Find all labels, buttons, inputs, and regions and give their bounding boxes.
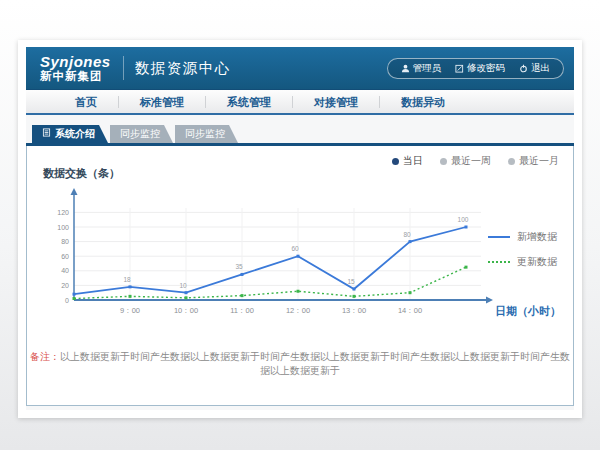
chart-text: 80 — [61, 238, 69, 245]
app-window: Synjones 新中新集团 数据资源中心 管理员 修改密码 — [18, 40, 582, 418]
radio-icon — [508, 158, 515, 165]
line-chart: 0204060801001209：0010：0011：0012：0013：001… — [39, 182, 499, 332]
chart-text: 9：00 — [120, 306, 140, 315]
main-nav: 首页 标准管理 系统管理 对接管理 数据异动 — [26, 90, 574, 115]
chart-text: 10：00 — [174, 306, 198, 315]
chart-text: 20 — [61, 282, 69, 289]
range-option-label: 当日 — [403, 154, 423, 168]
chart-rect — [241, 294, 244, 297]
logout-label: 退出 — [531, 62, 550, 75]
range-option-today[interactable]: 当日 — [392, 154, 423, 168]
chart-rect — [73, 293, 76, 296]
chart-rect — [465, 266, 468, 269]
document-icon — [42, 125, 51, 143]
chart-text: 13：00 — [342, 306, 366, 315]
logo: Synjones 新中新集团 — [26, 54, 111, 82]
user-toolbar: 管理员 修改密码 退出 — [387, 58, 565, 79]
chart-rect — [297, 290, 300, 293]
tab-label: 同步监控 — [120, 125, 160, 143]
radio-icon — [440, 158, 447, 165]
footnote-label: 备注： — [30, 351, 60, 362]
chart-polygon — [71, 188, 78, 195]
range-option-label: 最近一周 — [451, 154, 491, 168]
legend-label: 新增数据 — [517, 230, 557, 244]
logout-button[interactable]: 退出 — [512, 62, 557, 75]
power-icon — [519, 64, 528, 73]
logo-subtitle: 新中新集团 — [40, 70, 111, 82]
chart-text: 14：00 — [398, 306, 422, 315]
nav-item-standard-mgmt[interactable]: 标准管理 — [119, 96, 206, 108]
change-password-label: 修改密码 — [467, 62, 505, 75]
chart-text: 0 — [65, 297, 69, 304]
chart-text: 60 — [291, 245, 299, 252]
chart-rect — [241, 273, 244, 276]
legend-new-data: 新增数据 — [488, 230, 557, 244]
y-axis-title: 数据交换（条） — [43, 166, 120, 181]
chart-legend: 新增数据 更新数据 — [488, 230, 557, 280]
tab-system-intro[interactable]: 系统介绍 — [32, 125, 108, 143]
chart-polygon — [486, 297, 493, 304]
chart-polyline — [74, 267, 466, 298]
tab-sync-monitor-2[interactable]: 同步监控 — [175, 125, 238, 143]
chart-rect — [129, 285, 132, 288]
chart-text: 11：00 — [230, 306, 254, 315]
legend-label: 更新数据 — [517, 255, 557, 269]
tab-label: 系统介绍 — [55, 125, 95, 143]
chart-rect — [129, 295, 132, 298]
time-range-selector: 当日 最近一周 最近一月 — [392, 154, 559, 168]
nav-item-home[interactable]: 首页 — [54, 96, 119, 108]
chart-text: 120 — [57, 209, 69, 216]
nav-item-system-mgmt[interactable]: 系统管理 — [206, 96, 293, 108]
user-menu-button[interactable]: 管理员 — [394, 62, 449, 75]
tab-label: 同步监控 — [185, 125, 225, 143]
chart-rect — [185, 291, 188, 294]
chart-text: 12：00 — [286, 306, 310, 315]
range-option-label: 最近一月 — [519, 154, 559, 168]
solid-line-swatch-icon — [488, 236, 510, 238]
change-password-button[interactable]: 修改密码 — [448, 62, 512, 75]
page-title: 数据资源中心 — [135, 59, 231, 78]
radio-icon — [392, 158, 399, 165]
nav-item-data-change[interactable]: 数据异动 — [380, 96, 466, 108]
x-axis-title: 日期（小时） — [495, 304, 561, 319]
edit-icon — [455, 64, 464, 73]
chart-rect — [73, 297, 76, 300]
chart-text: 40 — [61, 267, 69, 274]
chart-rect — [409, 240, 412, 243]
range-option-last-week[interactable]: 最近一周 — [440, 154, 491, 168]
chart-text: 80 — [403, 231, 411, 238]
dotted-line-swatch-icon — [488, 261, 510, 263]
chart-text: 60 — [61, 253, 69, 260]
content-area: 系统介绍 同步监控 同步监控 当日 最近一周 — [26, 115, 574, 410]
chart-text: 10 — [179, 282, 187, 289]
chart-rect — [465, 226, 468, 229]
chart-rect — [353, 288, 356, 291]
chart-text: 18 — [123, 276, 131, 283]
chart-text: 100 — [458, 216, 469, 223]
chart-text: 100 — [57, 224, 69, 231]
legend-update-data: 更新数据 — [488, 255, 557, 269]
header-divider — [123, 56, 124, 80]
chart-rect — [409, 291, 412, 294]
range-option-last-month[interactable]: 最近一月 — [508, 154, 559, 168]
tab-bar: 系统介绍 同步监控 同步监控 — [32, 125, 574, 143]
chart-panel: 当日 最近一周 最近一月 数据交换（条） 0204060801001209：00… — [26, 146, 574, 406]
footnote: 备注：以上数据更新于时间产生数据以上数据更新于时间产生数据以上数据更新于时间产生… — [27, 350, 573, 378]
footnote-text: 以上数据更新于时间产生数据以上数据更新于时间产生数据以上数据更新于时间产生数据以… — [60, 351, 570, 376]
user-label: 管理员 — [413, 62, 442, 75]
chart-rect — [297, 255, 300, 258]
chart-rect — [185, 296, 188, 299]
chart-text: 35 — [235, 263, 243, 270]
logo-title: Synjones — [40, 54, 111, 70]
tab-sync-monitor-1[interactable]: 同步监控 — [110, 125, 173, 143]
chart-rect — [353, 295, 356, 298]
chart-text: 15 — [347, 278, 355, 285]
header: Synjones 新中新集团 数据资源中心 管理员 修改密码 — [26, 47, 574, 90]
nav-item-integration-mgmt[interactable]: 对接管理 — [293, 96, 380, 108]
person-icon — [401, 64, 410, 73]
